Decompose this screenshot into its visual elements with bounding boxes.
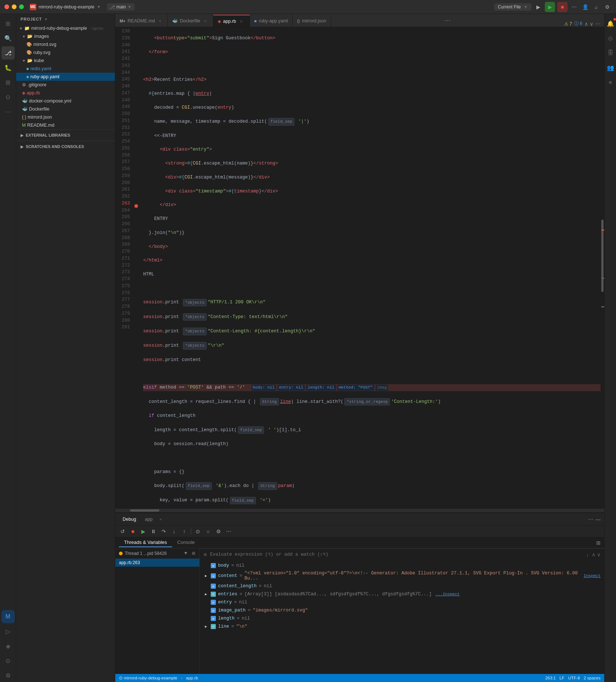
status-encoding[interactable]: UTF-8 [568, 676, 580, 680]
right-notifications[interactable]: 🔔 [604, 17, 616, 30]
debug-rerun-btn[interactable]: ↺ [118, 527, 127, 536]
info-count[interactable]: ⓘ 6 [574, 21, 582, 27]
debug-tab-debug[interactable]: Debug [119, 515, 140, 523]
thread-filter-icon[interactable]: ▼ [184, 551, 189, 556]
tab-close-readme[interactable]: × [157, 18, 163, 24]
sidebar-item-ruby-svg[interactable]: 🎨 ruby.svg [16, 48, 115, 57]
debug-expr-go-icon[interactable]: ↓ [586, 552, 589, 557]
debug-panel-close[interactable]: — [595, 516, 601, 522]
debug-step-into-btn[interactable]: ↓ [170, 527, 178, 536]
sidebar-item-root[interactable]: ▼ 📁 mirrord-ruby-debug-example ~/go/sn [16, 24, 115, 32]
activity-bottom2[interactable]: ◈ [1, 639, 15, 653]
activity-mirrord[interactable]: M [1, 610, 15, 623]
status-project[interactable]: ⊙ mirrord-ruby-debug-example [119, 675, 177, 681]
sidebar-item-mirrord-svg[interactable]: 🎨 mirrord.svg [16, 40, 115, 48]
sidebar-item-external-libraries[interactable]: ▶ External Libraries [16, 132, 115, 138]
editor-more-icon[interactable]: ∧ ∨ [584, 21, 593, 27]
debug-content-tab-console[interactable]: Console [172, 538, 200, 547]
code-scroll-area[interactable]: 238 239 240 241 242 243 244 245 246 247 … [115, 27, 604, 509]
traffic-lights [4, 4, 24, 9]
tab-more-button[interactable]: ⋯ [442, 17, 453, 24]
debug-step-out-btn[interactable]: ↑ [180, 527, 189, 536]
debug-tab-close-app[interactable]: × [158, 516, 164, 522]
tab-ruby-app-yaml[interactable]: ■ ruby-app.yaml [250, 15, 293, 27]
debug-expr-expand-icon[interactable]: ∧ ∨ [592, 552, 601, 557]
right-vcs[interactable]: ⊙ [604, 32, 616, 45]
var-inspect-content[interactable]: Inspect [584, 574, 601, 578]
sidebar-item-readme[interactable]: M README.md [16, 121, 115, 129]
right-users[interactable]: 👥 [604, 61, 616, 74]
close-button[interactable] [4, 4, 9, 9]
run-config[interactable]: Current File ▼ [494, 3, 532, 11]
activity-bottom3[interactable]: ⊙ [1, 654, 15, 667]
sidebar-item-ruby-app-yaml[interactable]: ■ ruby-app.yaml [16, 73, 115, 81]
editor-hscrollbar[interactable] [115, 509, 604, 512]
activity-vcs[interactable]: ⎇ [1, 46, 15, 59]
var-inspect-entries[interactable]: ...Inspect [435, 592, 460, 596]
warning-count[interactable]: ⚠ 7 [564, 21, 572, 26]
debug-stop-btn[interactable]: ■ [128, 527, 137, 536]
thread-settings-icon[interactable]: ⚙ [192, 551, 196, 556]
right-database[interactable]: 🗄 [604, 46, 616, 59]
activity-debug[interactable]: 🐛 [1, 61, 15, 74]
debug-resume-btn[interactable]: ▶ [139, 527, 148, 536]
user-icon[interactable]: 👤 [581, 3, 590, 11]
activity-extensions[interactable]: ⊞ [1, 76, 15, 89]
var-expand-entries[interactable]: ▶ [203, 592, 209, 597]
status-position[interactable]: 263:1 [545, 676, 556, 680]
search-icon[interactable]: ⌕ [592, 3, 601, 11]
branch-selector[interactable]: ⎇ main ▼ [107, 3, 135, 11]
tab-close-dockerfile[interactable]: × [203, 18, 209, 24]
sidebar-item-kube[interactable]: ▼ 📂 kube [16, 57, 115, 65]
minimize-button[interactable] [12, 4, 17, 9]
activity-search[interactable]: 🔍 [1, 32, 15, 45]
debug-content-expand[interactable]: ⊞ [596, 540, 601, 546]
tab-dockerfile[interactable]: 🐳 Dockerfile × [168, 15, 213, 27]
debug-settings-btn[interactable]: ⚙ [214, 527, 223, 536]
settings-icon[interactable]: ⚙ [603, 3, 612, 11]
debug-expression-input[interactable] [210, 552, 583, 557]
debug-tab-app[interactable]: app [141, 515, 156, 523]
debug-panel-more[interactable]: ⋯ [588, 516, 593, 522]
run-button[interactable]: ▶ [534, 3, 543, 11]
activity-more[interactable]: ⋯ [1, 105, 15, 118]
var-expand-content[interactable]: ▶ [203, 573, 209, 578]
right-kubernetes[interactable]: ⎈ [604, 76, 616, 89]
debug-var-length: v length = nil [200, 614, 604, 623]
debug-run-to-cursor-btn[interactable]: ⊙ [193, 527, 202, 536]
editor-expand-icon[interactable]: ⋯ [595, 21, 601, 27]
activity-bottom1[interactable]: ▷ [1, 625, 15, 638]
status-spaces[interactable]: 2 spaces [584, 676, 601, 680]
tab-readme[interactable]: M+ README.md × [115, 15, 168, 27]
status-line-endings[interactable]: LF [559, 676, 564, 680]
activity-remote[interactable]: ⊙ [1, 90, 15, 104]
debug-mute-btn[interactable]: ○ [204, 527, 213, 536]
activity-project[interactable]: ⊞ [1, 17, 15, 30]
tab-close-app-rb[interactable]: × [238, 18, 244, 24]
thread-header: Thread 1 ...pid 58426 ▼ ⚙ [115, 548, 199, 559]
debug-step-over-btn[interactable]: ↷ [159, 527, 168, 536]
sidebar-item-gitignore[interactable]: ⚙ .gitignore [16, 81, 115, 89]
code-line-267: body = session.read(length) [143, 441, 601, 448]
editor-vscrollbar[interactable] [601, 27, 604, 509]
sidebar-item-app-rb[interactable]: ◆ app.rb [16, 89, 115, 97]
thread-frame-263[interactable]: app.rb:263 [115, 559, 199, 567]
activity-bottom4[interactable]: ⚙ [1, 669, 15, 682]
debug-pause-btn[interactable]: ⏸ [149, 527, 158, 536]
more-run-options[interactable]: ⋯ [570, 3, 579, 11]
sidebar-item-docker-compose[interactable]: 🐳 docker-compose.yml [16, 97, 115, 105]
sidebar-item-dockerfile[interactable]: 🐳 Dockerfile [16, 105, 115, 113]
sidebar-item-scratches-consoles[interactable]: ▶ Scratches and Consoles [16, 143, 115, 150]
sidebar-item-redis-yaml[interactable]: ■ redis.yaml [16, 65, 115, 73]
sidebar-item-mirrord-json[interactable]: { } mirrord.json [16, 113, 115, 121]
sidebar-item-images[interactable]: ▼ 📂 images [16, 32, 115, 40]
maximize-button[interactable] [19, 4, 24, 9]
var-expand-line[interactable]: ▶ [203, 624, 209, 629]
debug-more-btn[interactable]: ⋯ [224, 527, 233, 536]
tab-mirrord-json[interactable]: {} mirrord.json [293, 15, 331, 27]
tab-app-rb[interactable]: ◆ app.rb × [213, 15, 250, 27]
stop-button[interactable]: ■ [557, 2, 568, 12]
mirrord-run-button[interactable]: ▶ [545, 2, 555, 12]
status-file[interactable]: app.rb [186, 676, 198, 680]
debug-content-tab-threads[interactable]: Threads & Variables [119, 538, 172, 547]
